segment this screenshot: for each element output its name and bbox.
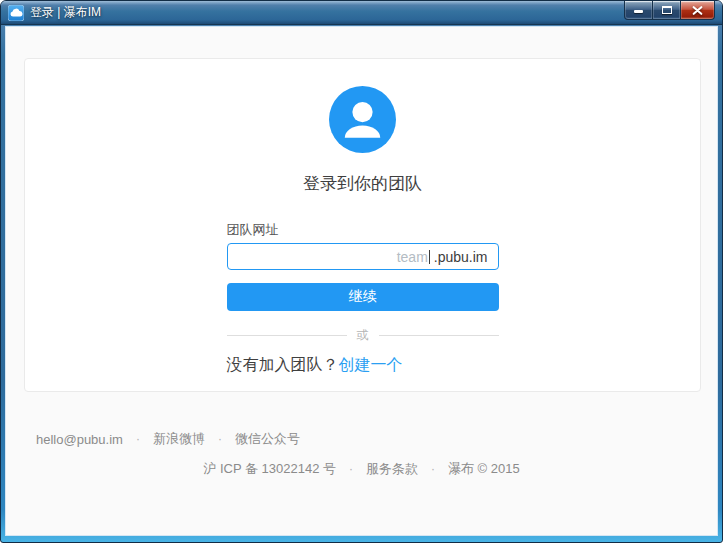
team-url-placeholder: team (397, 249, 428, 265)
continue-button[interactable]: 继续 (227, 283, 499, 311)
team-url-input[interactable]: team .pubu.im (227, 243, 499, 270)
app-window: 登录 | 瀑布IM 登录到你的团队 (0, 0, 723, 543)
window-content: 登录到你的团队 团队网址 team .pubu.im 继续 或 没有加入团队？创… (5, 26, 718, 536)
page-title: 登录到你的团队 (303, 172, 422, 195)
or-divider: 或 (227, 328, 499, 343)
weibo-link[interactable]: 新浪微博 (153, 430, 205, 448)
minimize-icon (634, 10, 643, 13)
login-form: 团队网址 team .pubu.im 继续 或 没有加入团队？创建一个 (227, 195, 499, 376)
wechat-link[interactable]: 微信公众号 (235, 430, 300, 448)
footer-contact-row: hello@pubu.im · 新浪微博 · 微信公众号 (36, 430, 300, 448)
dot-separator: · (431, 462, 435, 476)
dot-separator: · (136, 432, 140, 446)
close-button[interactable] (681, 1, 715, 20)
copyright: 瀑布 © 2015 (448, 460, 520, 478)
caption-buttons (624, 1, 715, 20)
window-title: 登录 | 瀑布IM (30, 4, 101, 21)
domain-suffix: .pubu.im (434, 249, 488, 265)
maximize-icon (662, 6, 672, 14)
titlebar[interactable]: 登录 | 瀑布IM (1, 1, 722, 25)
divider-line (227, 335, 347, 336)
close-icon (692, 6, 703, 15)
contact-email-link[interactable]: hello@pubu.im (36, 432, 123, 447)
user-avatar-icon (329, 86, 396, 153)
login-card: 登录到你的团队 团队网址 team .pubu.im 继续 或 没有加入团队？创… (24, 58, 701, 392)
icp-number: 沪 ICP 备 13022142 号 (203, 460, 336, 478)
team-url-label: 团队网址 (227, 221, 499, 239)
maximize-button[interactable] (653, 1, 681, 20)
dot-separator: · (349, 462, 353, 476)
signup-row: 没有加入团队？创建一个 (227, 355, 499, 376)
minimize-button[interactable] (624, 1, 653, 20)
divider-text: 或 (347, 327, 379, 344)
text-cursor (429, 250, 430, 264)
signup-prompt: 没有加入团队？ (227, 356, 339, 373)
footer-legal-row: 沪 ICP 备 13022142 号 · 服务条款 · 瀑布 © 2015 (5, 460, 718, 478)
app-cloud-icon (8, 5, 24, 21)
create-team-link[interactable]: 创建一个 (339, 356, 403, 373)
terms-link[interactable]: 服务条款 (366, 460, 418, 478)
dot-separator: · (218, 432, 222, 446)
divider-line (379, 335, 499, 336)
